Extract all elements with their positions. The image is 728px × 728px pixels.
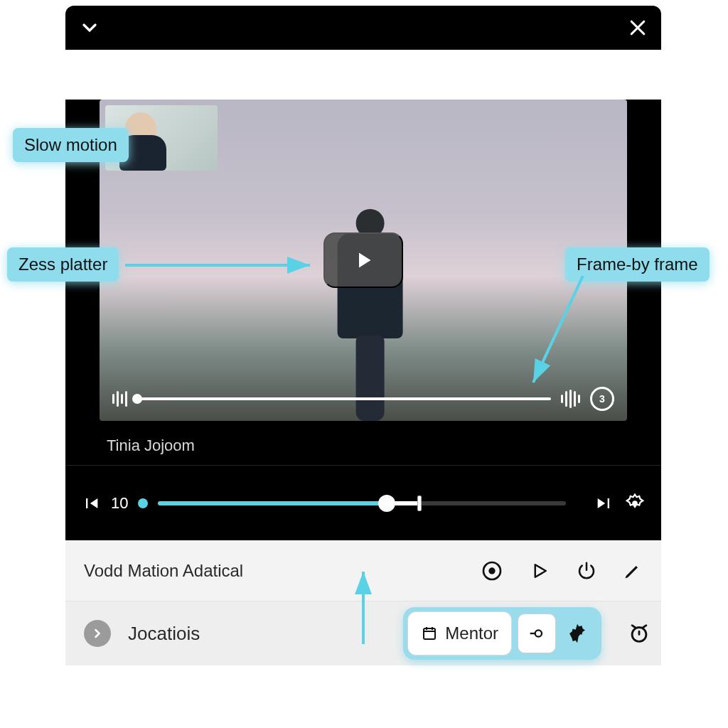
replay-badge[interactable]: 3 [590, 387, 614, 411]
seek-thumb[interactable] [132, 394, 142, 404]
mentor-tool-group: Mentor [403, 607, 601, 660]
play-button[interactable] [323, 232, 403, 288]
video-frame[interactable]: 3 [100, 100, 627, 421]
power-button[interactable] [576, 560, 597, 582]
next-button[interactable] [594, 493, 614, 513]
bottom-label: Jocatiois [128, 623, 200, 645]
chevron-down-icon [78, 16, 101, 39]
annotation-slow-motion: Slow motion [13, 128, 129, 162]
power-icon [576, 560, 597, 582]
annotation-frame-by-frame: Frame-by frame [565, 247, 710, 282]
alarm-icon [627, 621, 651, 646]
chevron-right-icon [90, 626, 105, 641]
waveform-start-icon [112, 391, 127, 407]
replay-count: 3 [599, 393, 605, 405]
toolbar-label: Vodd Mation Adatical [84, 561, 243, 581]
target-button[interactable] [518, 614, 556, 653]
bottom-bar: Jocatiois Mentor [65, 601, 661, 665]
video-area: 3 Tinia Jojoom [65, 100, 661, 465]
gear-icon [624, 493, 646, 514]
close-icon [627, 17, 648, 38]
app-shell: 3 Tinia Jojoom 10 Vodd Mation Adatical [65, 6, 661, 717]
play-outline-icon [529, 560, 550, 582]
mentor-label: Mentor [445, 623, 498, 643]
settings-gear-button[interactable] [562, 622, 593, 645]
settings-button[interactable] [624, 493, 646, 514]
svg-rect-3 [424, 628, 435, 639]
record-button[interactable] [481, 560, 503, 582]
target-icon [527, 623, 547, 643]
gear-solid-icon [566, 622, 589, 645]
waveform-end-icon [561, 390, 580, 408]
previous-button[interactable] [81, 493, 101, 513]
seek-bar: 3 [112, 387, 614, 411]
speed-slider[interactable] [158, 501, 566, 505]
play-outline-button[interactable] [529, 560, 550, 582]
mentor-button[interactable]: Mentor [407, 611, 512, 655]
top-bar [65, 6, 661, 50]
record-icon [481, 560, 503, 582]
speed-marker [417, 496, 422, 511]
play-icon [350, 247, 376, 273]
svg-point-4 [535, 630, 542, 636]
speed-value: 10 [111, 494, 128, 513]
alarm-button[interactable] [627, 621, 651, 646]
annotation-zess-platter: Zess platter [7, 247, 119, 282]
collapse-button[interactable] [78, 16, 101, 39]
toolbar-row: Vodd Mation Adatical [65, 540, 661, 601]
seek-track[interactable] [137, 397, 551, 400]
edit-button[interactable] [623, 561, 643, 581]
speed-thumb[interactable] [378, 495, 395, 512]
skip-next-icon [594, 493, 614, 513]
expand-button[interactable] [84, 620, 111, 647]
video-title: Tinia Jojoom [65, 421, 661, 459]
skip-previous-icon [81, 493, 101, 513]
pencil-icon [623, 561, 643, 581]
speed-indicator-dot [138, 498, 148, 508]
svg-point-2 [488, 567, 495, 574]
calendar-icon [421, 625, 438, 642]
close-button[interactable] [627, 17, 648, 38]
playback-controls: 10 [65, 465, 661, 540]
